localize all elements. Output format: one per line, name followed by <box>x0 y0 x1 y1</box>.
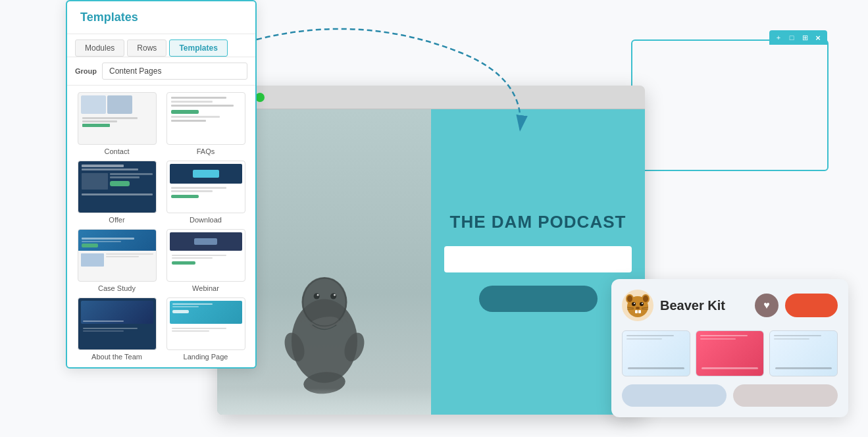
list-item[interactable]: Download <box>164 161 247 224</box>
maximize-button[interactable] <box>255 93 265 102</box>
svg-point-18 <box>640 302 644 306</box>
about-team-label: About the Team <box>91 353 142 361</box>
case-study-thumbnail <box>78 229 157 282</box>
photo-2 <box>107 95 132 114</box>
template-grid: Contact FAQs <box>67 86 255 367</box>
browser-window: THE DAM PODCAST <box>217 86 645 415</box>
landing-label: Landing Page <box>184 353 228 361</box>
group-label: Group <box>75 67 97 75</box>
photo-1 <box>81 95 106 114</box>
list-item[interactable]: FAQs <box>164 92 247 155</box>
svg-point-11 <box>317 294 319 296</box>
frame-toolbar: + □ ⊞ × <box>769 30 827 45</box>
tab-modules[interactable]: Modules <box>75 39 124 57</box>
animal-svg <box>272 263 377 395</box>
offer-thumbnail <box>78 161 157 213</box>
download-thumbnail <box>166 161 245 213</box>
filter-row: Group Content Pages Landing Pages Home P… <box>67 57 255 86</box>
list-item[interactable]: Contact <box>75 92 159 155</box>
templates-panel: Templates Modules Rows Templates Group C… <box>66 0 257 369</box>
svg-point-16 <box>643 296 648 302</box>
podcast-email-input[interactable] <box>444 246 632 272</box>
browser-content: THE DAM PODCAST <box>217 109 645 415</box>
panel-title: Templates <box>80 11 138 24</box>
panel-tabs: Modules Rows Templates <box>67 34 255 57</box>
about-team-thumbnail <box>78 297 157 350</box>
chat-icon[interactable]: □ <box>786 32 797 43</box>
animal-body <box>272 263 377 395</box>
kit-thumb-3[interactable] <box>769 330 838 376</box>
contact-lines <box>81 116 153 128</box>
contact-label: Contact <box>105 147 130 155</box>
case-study-label: Case Study <box>98 284 136 292</box>
webinar-label: Webinar <box>192 284 219 292</box>
list-item[interactable]: Case Study <box>75 229 159 292</box>
svg-point-17 <box>632 302 636 306</box>
beaver-kit-cta-button[interactable] <box>785 294 838 317</box>
svg-point-8 <box>330 293 336 299</box>
beaver-kit-name: Beaver Kit <box>660 298 748 313</box>
svg-point-20 <box>642 303 643 304</box>
webinar-thumbnail <box>166 229 245 282</box>
podcast-title: THE DAM PODCAST <box>450 212 626 232</box>
grid-icon[interactable]: ⊞ <box>800 32 810 43</box>
list-item[interactable]: Offer <box>75 161 159 224</box>
svg-point-10 <box>334 294 336 296</box>
list-item[interactable]: About the Team <box>75 297 159 361</box>
download-label: Download <box>190 216 222 224</box>
beaver-logo <box>622 290 653 321</box>
faqs-thumbnail <box>166 92 245 145</box>
beaver-kit-card: Beaver Kit ♥ <box>611 279 848 417</box>
faqs-label: FAQs <box>197 147 215 155</box>
svg-line-28 <box>642 309 648 310</box>
top-right-frame: + □ ⊞ × <box>631 39 829 171</box>
contact-thumbnail <box>78 92 157 145</box>
kit-thumb-2[interactable] <box>696 330 764 376</box>
svg-rect-23 <box>638 310 641 313</box>
landing-thumbnail <box>166 297 245 350</box>
content-pages-dropdown[interactable]: Content Pages Landing Pages Home Pages <box>102 63 247 80</box>
main-scene: + □ ⊞ × Templates Modules Rows Templates… <box>0 0 868 437</box>
vimeo-logo <box>193 170 219 178</box>
kit-action-buttons <box>622 384 838 407</box>
kit-thumbnails <box>622 330 838 376</box>
close-icon[interactable]: × <box>813 32 823 43</box>
kit-thumb-1[interactable] <box>622 330 690 376</box>
podcast-subscribe-button[interactable] <box>479 286 598 312</box>
svg-point-19 <box>634 303 635 304</box>
svg-point-15 <box>627 296 632 302</box>
svg-line-26 <box>627 309 634 310</box>
list-item[interactable]: Landing Page <box>164 297 247 361</box>
kit-button-1[interactable] <box>622 384 727 407</box>
svg-point-9 <box>313 293 319 299</box>
heart-button[interactable]: ♥ <box>755 294 779 317</box>
offer-label: Offer <box>109 216 124 224</box>
svg-rect-22 <box>635 310 638 313</box>
add-icon[interactable]: + <box>773 32 784 43</box>
tab-rows[interactable]: Rows <box>127 39 166 57</box>
browser-titlebar <box>217 86 645 109</box>
tab-templates[interactable]: Templates <box>169 39 227 57</box>
kit-button-2[interactable] <box>733 384 838 407</box>
beaver-kit-header: Beaver Kit ♥ <box>622 290 838 321</box>
panel-header: Templates <box>67 1 255 34</box>
list-item[interactable]: Webinar <box>164 229 247 292</box>
svg-point-21 <box>636 307 640 309</box>
beaver-face-icon <box>625 292 651 319</box>
